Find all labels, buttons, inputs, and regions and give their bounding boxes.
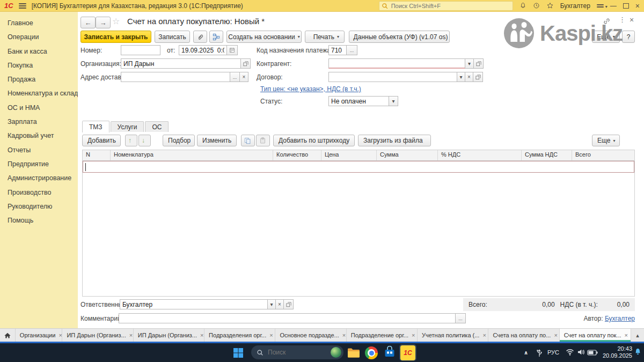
organization-input[interactable] xyxy=(121,58,241,69)
author-link[interactable]: Бухгалтер xyxy=(605,315,635,322)
main-menu-icon[interactable] xyxy=(19,2,26,10)
file-explorer-button[interactable] xyxy=(347,346,361,359)
create-based-on-button[interactable]: Создать на основании▾ xyxy=(226,31,302,43)
sidebar-item-proizvodstvo[interactable]: Производство xyxy=(0,186,78,200)
counterparty-dropdown-button[interactable]: ▾ xyxy=(465,58,474,69)
responsible-open-button[interactable] xyxy=(284,299,294,309)
sidebar-item-pokupka[interactable]: Покупка xyxy=(0,58,78,72)
tab-osnovnoe-podrazdelenie[interactable]: Основное подразде...× xyxy=(275,329,346,342)
address-clear-button[interactable]: × xyxy=(240,72,248,82)
sidebar-item-bank[interactable]: Банк и касса xyxy=(0,45,78,58)
structure-button[interactable] xyxy=(209,31,223,43)
payment-code-select-button[interactable]: ... xyxy=(347,45,357,55)
tab-uchetnaya-politika[interactable]: Учетная политика (...× xyxy=(418,329,488,342)
close-icon[interactable]: × xyxy=(58,332,62,338)
calendar-button[interactable] xyxy=(227,45,238,55)
col-total[interactable]: Всего xyxy=(572,150,634,160)
organization-open-button[interactable] xyxy=(241,58,251,69)
sidebar-item-zarplata[interactable]: Зарплата xyxy=(0,115,78,129)
sidebar-item-otchety[interactable]: Отчеты xyxy=(0,143,78,157)
address-select-button[interactable]: ... xyxy=(230,72,240,82)
favorites-icon[interactable] xyxy=(546,2,554,9)
col-nomenclature[interactable]: Номенклатура xyxy=(111,150,273,160)
col-quantity[interactable]: Количество xyxy=(273,150,321,160)
tray-expand-button[interactable]: ∧ xyxy=(522,349,530,356)
contract-dropdown-button[interactable]: ▾ xyxy=(457,72,465,82)
sidebar-item-operacii[interactable]: Операции xyxy=(0,30,78,44)
save-and-close-button[interactable]: Записать и закрыть xyxy=(80,31,151,43)
tab-tmz[interactable]: ТМЗ xyxy=(82,121,109,132)
service-menu-icon[interactable]: ▾ xyxy=(597,3,604,9)
sidebar-item-nomenklatura[interactable]: Номенклатура и склад xyxy=(0,86,78,100)
taskbar-clock[interactable]: 20:43 20.09.2025 xyxy=(602,345,632,359)
language-indicator[interactable]: РУС xyxy=(547,349,559,356)
move-up-button[interactable]: ↑ xyxy=(125,135,137,146)
global-search-input[interactable] xyxy=(390,2,500,10)
paste-rows-button[interactable] xyxy=(256,135,270,146)
sidebar-item-pomosch[interactable]: Помощь xyxy=(0,213,78,227)
object-data-button[interactable]: Данные объекта (УФ) (v1.07 os) xyxy=(349,31,450,43)
responsible-dropdown-button[interactable]: ▾ xyxy=(268,299,276,309)
notifications-icon[interactable] xyxy=(519,2,526,9)
battery-tray-icon[interactable] xyxy=(587,350,598,356)
1c-app-button[interactable]: 1С xyxy=(399,344,416,361)
attachments-button[interactable] xyxy=(193,31,207,43)
close-document-icon[interactable]: × xyxy=(630,16,634,24)
forward-button[interactable]: → xyxy=(96,17,111,28)
responsible-clear-button[interactable]: × xyxy=(276,299,284,309)
date-input[interactable] xyxy=(179,45,227,55)
restore-button[interactable] xyxy=(623,3,629,9)
close-icon[interactable]: × xyxy=(269,332,273,338)
sidebar-item-administrirovanie[interactable]: Администрирование xyxy=(0,171,78,185)
wifi-tray-icon[interactable] xyxy=(566,349,574,356)
get-link-icon[interactable] xyxy=(603,17,611,25)
more-menu-icon[interactable]: ⋮ xyxy=(619,16,626,24)
sidebar-item-kadry[interactable]: Кадровый учет xyxy=(0,129,78,143)
col-price[interactable]: Цена xyxy=(321,150,377,160)
load-from-file-button[interactable]: Загрузить из файла xyxy=(358,135,431,146)
close-window-button[interactable]: × xyxy=(635,2,640,10)
tab-organizacii[interactable]: Организации× xyxy=(16,329,63,342)
save-button[interactable]: Записать xyxy=(155,31,190,43)
close-icon[interactable]: × xyxy=(200,332,203,338)
sidebar-item-predpriyatie[interactable]: Предприятие xyxy=(0,157,78,171)
responsible-input[interactable] xyxy=(120,299,268,309)
tab-podrazdelenie-org[interactable]: Подразделение орг...× xyxy=(347,329,418,342)
col-vat-percent[interactable]: % НДС xyxy=(438,150,522,160)
delivery-address-input[interactable] xyxy=(121,72,230,82)
start-button[interactable] xyxy=(232,346,245,359)
search-highlight-image[interactable] xyxy=(331,347,341,358)
sidebar-item-rukovoditelyu[interactable]: Руководителю xyxy=(0,200,78,213)
close-icon[interactable]: × xyxy=(482,332,486,338)
tabbar-scroll-up-button[interactable]: ▴ xyxy=(631,329,644,342)
minimize-button[interactable]: — xyxy=(610,3,617,9)
close-icon[interactable]: × xyxy=(412,332,415,338)
close-icon[interactable]: × xyxy=(342,332,346,338)
taskbar-search-input[interactable] xyxy=(267,348,323,357)
pick-button[interactable]: Подбор xyxy=(163,135,195,146)
number-input[interactable] xyxy=(121,45,160,55)
notification-center-button[interactable] xyxy=(634,348,642,356)
chrome-button[interactable] xyxy=(365,346,378,359)
favorite-star-icon[interactable]: ☆ xyxy=(112,16,120,26)
table-more-button[interactable]: Еще▾ xyxy=(592,135,620,146)
microsoft-store-button[interactable] xyxy=(383,346,396,359)
col-sum[interactable]: Сумма xyxy=(377,150,438,160)
tab-uslugi[interactable]: Услуги xyxy=(111,121,144,132)
comment-input[interactable] xyxy=(119,313,456,323)
contract-clear-button[interactable]: × xyxy=(465,72,473,82)
tab-ip-daryn-1[interactable]: ИП Дарын (Организ...× xyxy=(62,329,133,342)
tab-schet-na-oplatu-active[interactable]: Счет на оплату пок...× xyxy=(560,329,631,342)
print-button[interactable]: Печать▾ xyxy=(305,31,345,43)
status-select[interactable]: Не оплачен xyxy=(328,96,389,106)
sidebar-item-prodazha[interactable]: Продажа xyxy=(0,72,78,86)
tab-scheta-na-oplatu[interactable]: Счета на оплату по...× xyxy=(488,329,559,342)
close-icon[interactable]: × xyxy=(129,332,133,338)
tab-podrazdeleniya[interactable]: Подразделения орг...× xyxy=(204,329,275,342)
contract-input[interactable] xyxy=(328,72,457,82)
move-down-button[interactable]: ↓ xyxy=(138,135,151,146)
current-user[interactable]: Бухгалтер xyxy=(560,2,590,10)
col-vat-sum[interactable]: Сумма НДС xyxy=(522,150,572,160)
sidebar-item-glavnoe[interactable]: Главное xyxy=(0,16,78,30)
close-icon[interactable]: × xyxy=(625,332,628,338)
